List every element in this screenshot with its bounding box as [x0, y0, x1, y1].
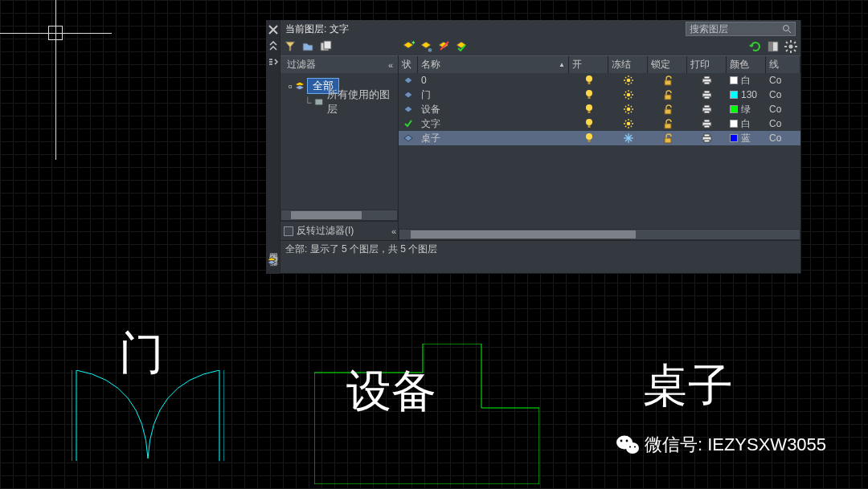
expand-icon[interactable]	[268, 41, 278, 51]
search-input[interactable]: 搜索图层	[686, 22, 796, 36]
name-cell[interactable]: 文字	[418, 117, 569, 131]
linetype-cell[interactable]: Co	[766, 104, 800, 115]
print-cell[interactable]	[687, 104, 727, 114]
svg-text:❄: ❄	[428, 47, 432, 53]
print-cell[interactable]	[687, 90, 727, 100]
col-name[interactable]: 名称▲	[418, 56, 569, 73]
new-layer-freeze-icon[interactable]: ❄	[420, 40, 432, 53]
layer-row[interactable]: 门130Co	[399, 88, 800, 102]
close-icon[interactable]	[268, 25, 278, 35]
svg-line-87	[630, 126, 631, 127]
refresh-icon[interactable]	[749, 40, 762, 53]
print-cell[interactable]	[687, 119, 727, 128]
on-cell[interactable]	[569, 75, 608, 86]
freeze-cell[interactable]	[608, 104, 648, 114]
color-cell[interactable]: 蓝	[727, 132, 766, 145]
new-filter-icon[interactable]	[284, 40, 297, 53]
layer-properties-panel: 图层特性管理器 当前图层: 文字 搜索图层 ✶ ❄	[266, 20, 801, 274]
invert-checkbox[interactable]	[284, 226, 293, 236]
freeze-cell[interactable]	[608, 75, 648, 85]
svg-rect-77	[704, 105, 710, 108]
door-label: 门	[119, 324, 164, 385]
filter-header[interactable]: 过滤器 «	[280, 55, 398, 73]
invert-filter[interactable]: 反转过滤器(I) «	[280, 221, 398, 240]
panel-titlebar: 图层特性管理器	[266, 20, 280, 274]
layer-scrollbar[interactable]	[399, 229, 800, 240]
svg-rect-33	[588, 82, 590, 84]
svg-rect-45	[704, 76, 710, 79]
freeze-cell[interactable]	[608, 90, 648, 100]
col-print[interactable]: 打印	[687, 56, 727, 73]
col-lock[interactable]: 锁定	[648, 56, 687, 73]
svg-rect-18	[768, 42, 773, 51]
toggle-icon[interactable]	[767, 40, 780, 53]
delete-layer-icon[interactable]	[437, 40, 450, 53]
svg-line-7	[788, 31, 791, 33]
layer-states-icon[interactable]	[319, 40, 332, 53]
print-cell[interactable]	[687, 75, 727, 85]
name-cell[interactable]: 0	[418, 75, 569, 86]
collapse-icon: «	[388, 60, 391, 70]
linetype-cell[interactable]: Co	[766, 89, 800, 100]
col-freeze[interactable]: 冻结	[608, 56, 648, 73]
col-status[interactable]: 状	[399, 56, 418, 73]
layer-toolbar: ✶ ❄	[399, 38, 800, 55]
panel-header: 当前图层: 文字 搜索图层	[280, 20, 800, 38]
lock-cell[interactable]	[648, 90, 687, 100]
svg-rect-9	[324, 41, 331, 49]
color-cell[interactable]: 白	[727, 117, 766, 131]
svg-rect-93	[704, 125, 710, 128]
layer-row[interactable]: 文字白Co	[399, 116, 800, 131]
on-cell[interactable]	[569, 118, 608, 129]
layer-row[interactable]: 设备绿Co	[399, 102, 800, 116]
svg-line-88	[630, 120, 631, 121]
print-cell[interactable]	[687, 133, 727, 143]
color-cell[interactable]: 130	[727, 89, 766, 100]
settings-icon[interactable]	[784, 40, 797, 53]
wechat-watermark: 微信号: IEZYSXW3055	[616, 433, 826, 457]
svg-rect-43	[665, 80, 671, 85]
svg-point-6	[784, 26, 789, 31]
svg-line-86	[625, 120, 626, 121]
color-cell[interactable]: 白	[727, 74, 766, 88]
name-cell[interactable]: 门	[418, 88, 569, 102]
on-cell[interactable]	[569, 89, 608, 100]
filter-tree-used[interactable]: └ 所有使用的图层	[280, 94, 398, 110]
lock-cell[interactable]	[648, 119, 687, 129]
col-on[interactable]: 开	[569, 56, 608, 73]
color-cell[interactable]: 绿	[727, 103, 766, 116]
col-color[interactable]: 颜色	[727, 56, 766, 73]
collapse-icon: «	[391, 226, 395, 236]
svg-rect-101	[665, 138, 671, 143]
freeze-cell[interactable]	[608, 119, 648, 128]
new-layer-icon[interactable]: ✶	[402, 40, 415, 53]
layer-row[interactable]: 0白Co	[399, 73, 800, 88]
filter-pane: 过滤器 « ▫ 全部 └ 所有使用的图层	[280, 55, 399, 240]
svg-point-64	[586, 104, 592, 111]
svg-point-34	[626, 79, 630, 83]
freeze-cell[interactable]	[608, 133, 648, 143]
filter-scrollbar[interactable]	[280, 210, 398, 221]
lock-cell[interactable]	[648, 133, 687, 144]
lock-cell[interactable]	[648, 75, 687, 86]
lock-cell[interactable]	[648, 104, 687, 115]
linetype-cell[interactable]: Co	[766, 132, 800, 144]
linetype-cell[interactable]: Co	[766, 75, 800, 86]
col-linetype[interactable]: 线	[766, 56, 800, 73]
on-cell[interactable]	[569, 132, 608, 144]
name-cell[interactable]: 设备	[418, 103, 569, 116]
svg-rect-104	[704, 140, 710, 142]
svg-point-110	[634, 446, 636, 447]
on-cell[interactable]	[569, 104, 608, 115]
svg-point-108	[626, 440, 628, 442]
svg-rect-62	[704, 96, 710, 99]
linetype-cell[interactable]: Co	[766, 118, 800, 129]
svg-line-25	[794, 50, 796, 51]
svg-marker-63	[404, 106, 412, 112]
menu-icon[interactable]	[268, 57, 278, 67]
set-current-icon[interactable]	[455, 40, 468, 53]
layer-row[interactable]: 桌子蓝Co	[399, 131, 800, 145]
name-cell[interactable]: 桌子	[418, 132, 569, 145]
new-group-icon[interactable]	[301, 40, 314, 53]
search-icon	[782, 24, 792, 34]
